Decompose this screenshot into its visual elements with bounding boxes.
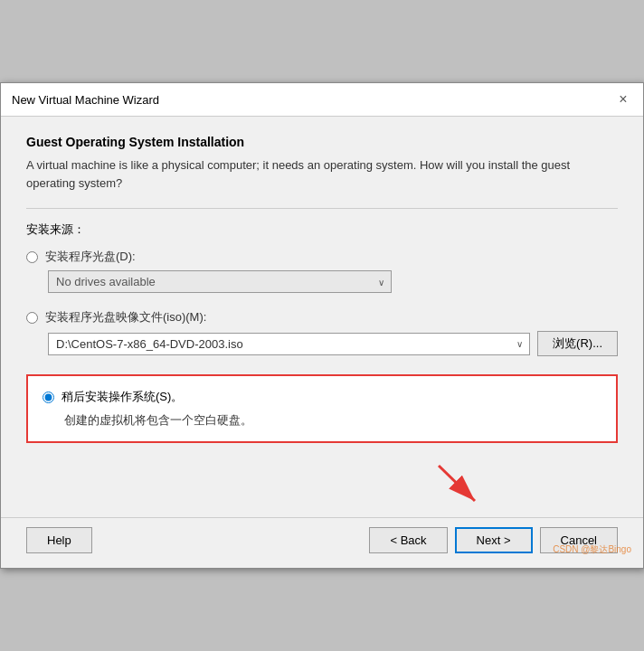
radio-row-iso: 安装程序光盘映像文件(iso)(M): xyxy=(26,309,618,326)
radio-group-iso: 安装程序光盘映像文件(iso)(M): 浏览(R)... xyxy=(26,309,618,356)
browse-button[interactable]: 浏览(R)... xyxy=(537,331,618,356)
help-button[interactable]: Help xyxy=(26,527,92,553)
section-description: A virtual machine is like a physical com… xyxy=(26,156,618,192)
radio-install-later-label[interactable]: 稍后安装操作系统(S)。 xyxy=(62,389,183,405)
iso-path-input[interactable] xyxy=(48,333,530,355)
source-label: 安装来源： xyxy=(26,222,618,238)
wizard-window: New Virtual Machine Wizard × Guest Opera… xyxy=(0,82,644,569)
install-later-section: 稍后安装操作系统(S)。 创建的虚拟机将包含一个空白硬盘。 xyxy=(26,374,618,443)
dropdown-wrapper: No drives available xyxy=(48,270,392,293)
radio-group-cd: 安装程序光盘(D): No drives available xyxy=(26,249,618,293)
title-bar: New Virtual Machine Wizard × xyxy=(1,83,643,117)
radio-cd[interactable] xyxy=(26,251,38,263)
next-button[interactable]: Next > xyxy=(455,527,533,553)
wizard-content: Guest Operating System Installation A vi… xyxy=(1,117,643,517)
red-arrow-icon xyxy=(430,461,484,506)
iso-input-wrapper xyxy=(48,333,530,355)
radio-cd-label[interactable]: 安装程序光盘(D): xyxy=(45,249,136,265)
close-button[interactable]: × xyxy=(614,90,632,108)
svg-line-1 xyxy=(439,466,475,501)
radio-install-later[interactable] xyxy=(43,392,54,403)
iso-row: 浏览(R)... xyxy=(48,331,618,356)
install-later-sublabel: 创建的虚拟机将包含一个空白硬盘。 xyxy=(64,412,601,429)
radio-iso-label[interactable]: 安装程序光盘映像文件(iso)(M): xyxy=(45,309,206,326)
drive-dropdown[interactable]: No drives available xyxy=(48,270,392,293)
section-title: Guest Operating System Installation xyxy=(26,135,618,149)
wizard-footer: Help < Back Next > Cancel xyxy=(1,517,643,568)
radio-row-cd: 安装程序光盘(D): xyxy=(26,249,618,265)
divider xyxy=(26,208,618,209)
window-title: New Virtual Machine Wizard xyxy=(12,93,159,107)
radio-row-later: 稍后安装操作系统(S)。 xyxy=(43,389,601,405)
radio-iso[interactable] xyxy=(26,312,38,324)
arrow-container xyxy=(26,461,618,506)
watermark: CSDN @黎达Bingo xyxy=(553,543,631,556)
dropdown-row: No drives available xyxy=(48,270,618,293)
back-button[interactable]: < Back xyxy=(369,527,447,553)
